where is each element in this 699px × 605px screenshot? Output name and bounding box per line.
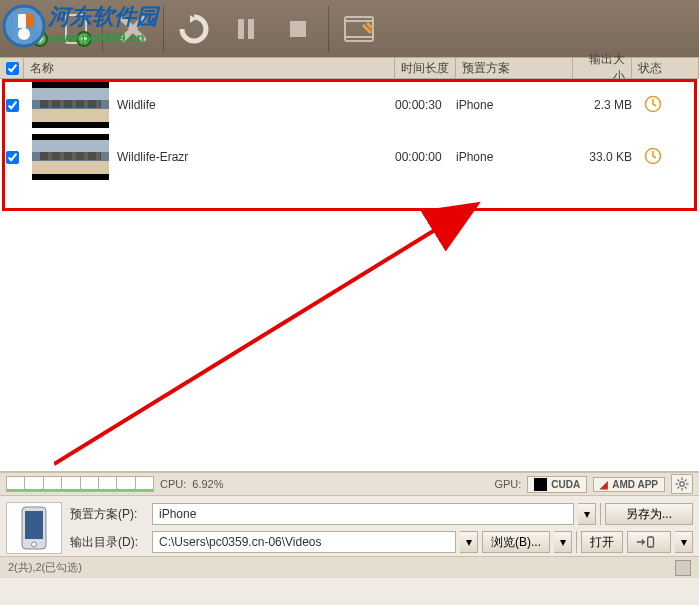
svg-rect-29 <box>648 537 654 547</box>
edit-video-button[interactable] <box>335 5 383 53</box>
svg-rect-6 <box>290 21 306 37</box>
svg-point-17 <box>680 482 684 486</box>
video-thumbnail <box>32 134 109 180</box>
browse-button[interactable]: 浏览(B)... <box>482 531 550 553</box>
preset-select[interactable]: iPhone <box>152 503 574 525</box>
annotation-arrow <box>54 194 534 474</box>
preset-label: 预置方案(P): <box>70 506 148 523</box>
settings-icon[interactable] <box>671 474 693 494</box>
pause-button[interactable] <box>222 5 270 53</box>
output-path-input[interactable]: C:\Users\pc0359.cn-06\Videos <box>152 531 456 553</box>
cpu-graph <box>6 476 154 492</box>
svg-rect-5 <box>248 19 254 39</box>
row-name: Wildlife <box>113 98 395 112</box>
svg-line-16 <box>54 206 474 464</box>
row-duration: 00:00:00 <box>395 150 456 164</box>
plus-badge-icon: + <box>76 31 92 47</box>
list-item[interactable]: Wildlife-Erazr 00:00:00 iPhone 33.0 KB <box>0 131 699 183</box>
status-text: 2(共),2(已勾选) <box>8 560 82 575</box>
header-size[interactable]: 输出大小 <box>573 58 632 78</box>
amd-badge[interactable]: ◢AMD APP <box>593 477 665 492</box>
send-dropdown-button[interactable]: ▾ <box>675 531 693 553</box>
save-as-button[interactable]: 另存为... <box>605 503 693 525</box>
list-item[interactable]: Wildlife 00:00:30 iPhone 2.3 MB <box>0 79 699 131</box>
output-label: 输出目录(D): <box>70 534 148 551</box>
browse-dropdown-button[interactable]: ▾ <box>554 531 572 553</box>
select-all-checkbox[interactable] <box>6 62 19 75</box>
svg-rect-4 <box>238 19 244 39</box>
pending-icon <box>644 95 662 116</box>
svg-line-24 <box>685 480 687 482</box>
open-button[interactable]: 打开 <box>581 531 623 553</box>
row-preset: iPhone <box>456 150 573 164</box>
stop-button[interactable] <box>274 5 322 53</box>
header-preset[interactable]: 预置方案 <box>456 58 573 78</box>
row-size: 2.3 MB <box>573 98 632 112</box>
preset-dropdown-button[interactable]: ▾ <box>578 503 596 525</box>
svg-rect-27 <box>25 511 43 539</box>
cpu-value: 6.92% <box>192 478 223 490</box>
row-name: Wildlife-Erazr <box>113 150 395 164</box>
svg-rect-1 <box>14 15 20 43</box>
file-list: Wildlife 00:00:30 iPhone 2.3 MB Wildlife… <box>0 79 699 472</box>
row-preset: iPhone <box>456 98 573 112</box>
svg-line-23 <box>685 487 687 489</box>
header-duration[interactable]: 时间长度 <box>395 58 456 78</box>
svg-line-25 <box>678 487 680 489</box>
refresh-button[interactable] <box>170 5 218 53</box>
cuda-badge[interactable]: CUDA <box>527 476 587 493</box>
send-to-device-button[interactable] <box>627 531 671 553</box>
device-preview <box>6 502 62 554</box>
remove-button[interactable] <box>109 5 157 53</box>
svg-point-28 <box>32 542 37 547</box>
header-name[interactable]: 名称 <box>24 58 395 78</box>
column-headers: 名称 时间长度 预置方案 输出大小 状态 <box>0 57 699 79</box>
row-checkbox[interactable] <box>6 99 19 112</box>
gpu-label: GPU: <box>494 478 521 490</box>
row-size: 33.0 KB <box>573 150 632 164</box>
header-status[interactable]: 状态 <box>632 58 699 78</box>
svg-line-22 <box>678 480 680 482</box>
pending-icon <box>644 147 662 168</box>
output-dropdown-button[interactable]: ▾ <box>460 531 478 553</box>
add-file-button[interactable]: + <box>4 5 52 53</box>
row-checkbox[interactable] <box>6 151 19 164</box>
add-folder-button[interactable]: + <box>56 5 96 53</box>
plus-badge-icon: + <box>32 31 48 47</box>
video-thumbnail <box>32 82 109 128</box>
row-duration: 00:00:30 <box>395 98 456 112</box>
layout-toggle-icon[interactable] <box>675 560 691 576</box>
cpu-label: CPU: <box>160 478 186 490</box>
